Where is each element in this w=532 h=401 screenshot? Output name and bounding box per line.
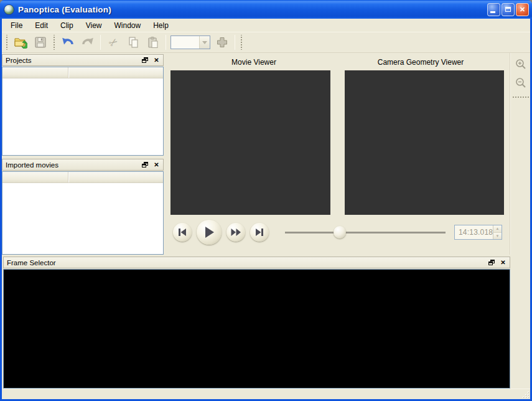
play-button[interactable] — [197, 220, 222, 245]
movie-viewer-label: Movie Viewer — [170, 58, 337, 68]
movie-viewer[interactable] — [170, 70, 330, 215]
time-value: 14:13.018 — [455, 225, 493, 239]
arrow-up-icon: ▲ — [496, 227, 500, 230]
toolbar-handle[interactable] — [4, 35, 9, 50]
zoom-in-button[interactable] — [513, 57, 529, 73]
float-icon — [488, 260, 495, 266]
frame-selector-titlebar[interactable]: Frame Selector ✕ — [3, 257, 510, 268]
combobox-dropdown-button[interactable] — [199, 36, 210, 49]
open-folder-icon — [14, 36, 27, 49]
menu-window[interactable]: Window — [108, 19, 147, 32]
paste-button[interactable] — [144, 34, 162, 51]
app-window: Panoptica (Evaluation) ✕ File Edit Clip … — [0, 0, 532, 401]
close-icon: ✕ — [500, 260, 505, 266]
skip-to-start-button[interactable] — [173, 223, 192, 242]
spin-up-button[interactable]: ▲ — [493, 225, 502, 233]
clip-combobox[interactable] — [170, 35, 210, 49]
frame-selector-title: Frame Selector — [7, 259, 485, 267]
close-icon: ✕ — [154, 162, 159, 168]
fast-forward-button[interactable] — [226, 223, 245, 242]
minimize-button[interactable] — [487, 3, 500, 16]
redo-button[interactable] — [79, 34, 96, 51]
projects-list-area[interactable] — [2, 78, 163, 155]
toolbar-handle[interactable] — [52, 35, 57, 50]
status-bar — [2, 389, 530, 399]
imported-movies-panel-titlebar[interactable]: Imported movies ✕ — [2, 159, 164, 171]
menu-clip[interactable]: Clip — [54, 19, 80, 32]
resize-grip[interactable] — [521, 390, 530, 399]
float-icon — [142, 162, 149, 168]
paste-clipboard-icon — [147, 36, 159, 49]
column-header[interactable] — [2, 67, 68, 78]
right-gutter — [510, 257, 530, 389]
column-header[interactable] — [68, 172, 163, 182]
imported-movies-table-header[interactable] — [2, 172, 163, 183]
imported-movies-float-button[interactable] — [141, 161, 150, 169]
redo-icon — [81, 36, 95, 49]
column-header[interactable] — [2, 172, 68, 182]
column-header[interactable] — [68, 67, 163, 78]
menu-edit[interactable]: Edit — [29, 19, 54, 32]
play-icon — [203, 226, 215, 238]
open-project-button[interactable] — [12, 34, 29, 51]
copy-icon — [127, 36, 139, 49]
float-icon — [142, 57, 149, 64]
left-dock-column: Projects ✕ — [2, 53, 164, 255]
slider-track[interactable] — [285, 232, 446, 234]
zoom-toolbar — [510, 53, 530, 255]
imported-movies-table[interactable] — [2, 171, 164, 255]
toolbar-separator — [235, 35, 235, 50]
app-icon — [4, 4, 14, 15]
projects-table-header[interactable] — [2, 67, 163, 78]
imported-movies-close-button[interactable]: ✕ — [152, 161, 161, 169]
main-area: Projects ✕ — [2, 53, 530, 255]
undo-icon — [61, 36, 75, 49]
slider-thumb[interactable] — [334, 226, 346, 238]
add-button[interactable] — [213, 34, 231, 51]
viewer-area: Movie Viewer Camera Geometry Viewer — [164, 53, 510, 255]
plus-icon — [216, 36, 228, 49]
projects-close-button[interactable]: ✕ — [152, 56, 161, 65]
menu-file[interactable]: File — [4, 19, 29, 32]
maximize-icon — [505, 7, 511, 12]
imported-movies-list-area[interactable] — [2, 183, 163, 254]
frame-selector-close-button[interactable]: ✕ — [498, 258, 508, 267]
imported-movies-panel-title: Imported movies — [6, 161, 139, 169]
skip-to-end-button[interactable] — [250, 223, 269, 242]
zoom-out-icon — [515, 77, 527, 90]
projects-panel-titlebar[interactable]: Projects ✕ — [2, 54, 164, 66]
zoom-in-icon — [515, 59, 527, 71]
main-toolbar: ✂ — [2, 32, 530, 53]
close-icon: ✕ — [154, 57, 159, 64]
projects-float-button[interactable] — [141, 56, 150, 65]
zoom-out-button[interactable] — [513, 75, 529, 92]
projects-panel-title: Projects — [6, 57, 139, 64]
toolbar-handle[interactable] — [513, 95, 529, 100]
close-button[interactable]: ✕ — [516, 3, 529, 16]
window-title: Panoptica (Evaluation) — [18, 5, 487, 14]
cut-button[interactable]: ✂ — [105, 34, 122, 51]
toolbar-separator — [100, 35, 101, 50]
menu-help[interactable]: Help — [147, 19, 175, 32]
arrow-down-icon: ▼ — [496, 234, 500, 238]
toolbar-handle[interactable] — [239, 35, 244, 50]
playback-slider[interactable] — [285, 225, 446, 239]
projects-table[interactable] — [2, 67, 164, 156]
save-button[interactable] — [32, 34, 49, 51]
maximize-button[interactable] — [502, 3, 515, 16]
copy-button[interactable] — [124, 34, 142, 51]
skip-start-icon — [177, 228, 187, 237]
player-controls: 14:13.018 ▲ ▼ — [170, 215, 504, 255]
camera-geometry-viewer-label: Camera Geometry Viewer — [337, 58, 504, 68]
frame-selector-canvas[interactable] — [3, 269, 510, 389]
combobox-value — [171, 36, 199, 49]
camera-geometry-viewer[interactable] — [345, 70, 505, 215]
time-spinbox[interactable]: 14:13.018 ▲ ▼ — [454, 225, 502, 240]
spin-down-button[interactable]: ▼ — [493, 233, 502, 240]
frame-selector-float-button[interactable] — [487, 258, 497, 267]
chevron-down-icon — [202, 41, 207, 44]
undo-button[interactable] — [59, 34, 77, 51]
title-bar[interactable]: Panoptica (Evaluation) ✕ — [0, 0, 532, 19]
fast-forward-icon — [230, 228, 241, 237]
menu-view[interactable]: View — [80, 19, 108, 32]
